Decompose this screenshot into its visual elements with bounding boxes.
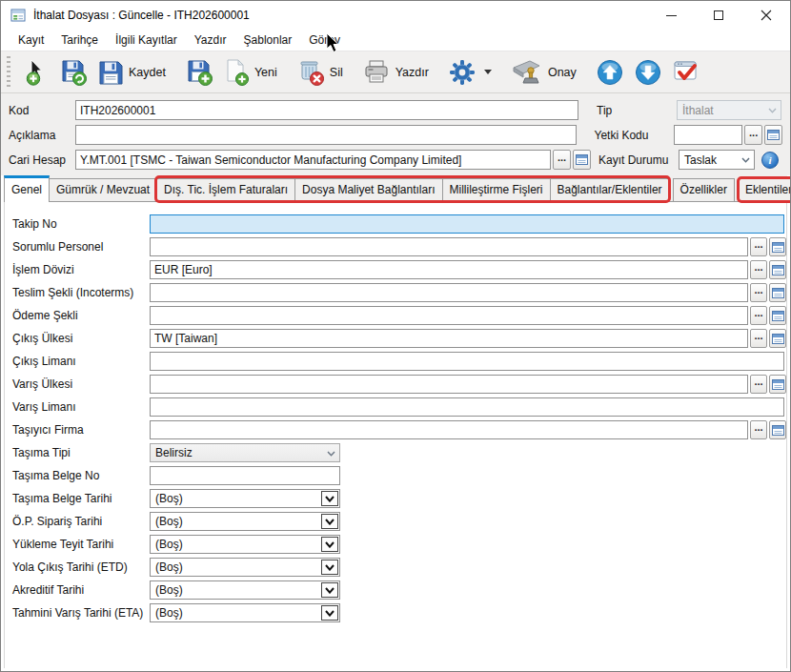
save-button-label: Kaydet [129, 66, 166, 79]
yukleme-teyit-tarihi-select[interactable]: (Boş) [150, 535, 340, 554]
menu-yazdir[interactable]: Yazdır [186, 31, 235, 50]
yetki-kodu-lookup-button[interactable]: ... [744, 125, 762, 145]
tab-dosya-maliyet-baglantilari[interactable]: Dosya Maliyet Bağlantıları [294, 178, 442, 202]
detail-button[interactable] [769, 237, 786, 256]
menu-gorev[interactable]: Görev [300, 31, 349, 50]
kayit-durumu-select[interactable]: Taslak [679, 150, 755, 170]
task-complete-button[interactable] [667, 56, 705, 89]
maximize-button[interactable] [695, 1, 742, 30]
tasima-belge-tarihi-select[interactable]: (Boş) [150, 489, 340, 508]
field-row: Taşıma Belge No [5, 464, 786, 487]
minimize-icon [666, 15, 677, 16]
new-button-label: Yeni [254, 66, 277, 79]
detail-button[interactable] [769, 260, 786, 279]
tasima-tipi-select[interactable]: Belirsiz [150, 443, 340, 462]
card-window-icon [576, 154, 588, 165]
chevron-down-icon[interactable] [321, 537, 338, 552]
save-refresh-button[interactable] [54, 55, 92, 90]
aciklama-input[interactable] [75, 125, 577, 145]
takip-no-input[interactable] [150, 214, 784, 234]
approve-stamp-icon [511, 58, 543, 87]
tab-baglantilar-eklentiler[interactable]: Bağlantılar/Eklentiler [550, 178, 670, 202]
detail-button[interactable] [769, 375, 786, 394]
toolbar-grip[interactable] [7, 56, 10, 89]
islem-dovizi-input[interactable] [150, 260, 748, 279]
task-check-icon [672, 59, 700, 86]
menu-sablonlar[interactable]: Şablonlar [235, 31, 301, 50]
op-siparis-tarihi-select[interactable]: (Boş) [150, 512, 340, 531]
akreditif-tarihi-select[interactable]: (Boş) [150, 580, 340, 600]
field-row: Taşıyıcı Firma ... [5, 418, 786, 441]
date-value: (Boş) [155, 538, 183, 551]
varis-ulkesi-input[interactable] [150, 375, 748, 394]
field-row: İşlem Dövizi ... [5, 258, 786, 281]
delete-button[interactable]: Sil [292, 55, 348, 90]
ellipsis-icon: ... [754, 332, 762, 339]
save-new-button[interactable] [180, 55, 218, 90]
minimize-button[interactable] [647, 1, 695, 30]
odeme-sekli-input[interactable] [150, 306, 748, 325]
cari-hesap-detail-button[interactable] [573, 150, 591, 170]
detail-button[interactable] [769, 329, 786, 348]
tasiyici-firma-input[interactable] [150, 420, 748, 439]
sorumlu-personel-input[interactable] [150, 237, 748, 256]
lookup-button[interactable]: ... [750, 283, 767, 302]
status-info-icon[interactable]: i [761, 152, 779, 169]
menu-tarihce[interactable]: Tarihçe [52, 31, 107, 50]
tab-genel[interactable]: Genel [4, 175, 50, 202]
field-row: Taşıma Belge Tarihi (Boş) [5, 487, 786, 510]
tasima-belge-no-input[interactable] [150, 466, 340, 485]
chevron-down-icon[interactable] [321, 514, 338, 529]
lookup-button[interactable]: ... [750, 329, 767, 348]
varis-limani-input[interactable] [150, 397, 784, 417]
lookup-button[interactable]: ... [750, 420, 767, 439]
yetki-kodu-input[interactable] [674, 125, 742, 145]
tab-gumruk-mevzuat[interactable]: Gümrük / Mevzuat [49, 178, 157, 202]
tahmini-varis-tarihi-select[interactable]: (Boş) [150, 603, 340, 622]
kod-input[interactable] [75, 100, 578, 120]
save-button[interactable]: Kaydet [92, 56, 171, 89]
field-label: Taşıma Belge Tarihi [12, 492, 150, 505]
approve-button[interactable]: Onay [506, 55, 581, 90]
new-button[interactable]: Yeni [218, 55, 282, 90]
tab-ozellikler[interactable]: Özellikler [673, 178, 735, 202]
yola-cikis-tarihi-select[interactable]: (Boş) [150, 558, 340, 577]
cikis-ulkesi-input[interactable] [150, 329, 748, 348]
tab-millilestirme-fisleri[interactable]: Millileştirme Fişleri [442, 178, 551, 202]
detail-button[interactable] [769, 283, 786, 302]
print-button[interactable]: Yazdır [357, 56, 434, 89]
yetki-kodu-detail-button[interactable] [764, 125, 782, 145]
field-label: Sorumlu Personel [12, 240, 150, 254]
mouse-cursor-icon [326, 32, 340, 53]
menu-kayit[interactable]: Kayıt [10, 31, 52, 50]
detail-button[interactable] [769, 306, 786, 325]
move-up-button[interactable] [591, 55, 629, 90]
teslim-sekli-input[interactable] [150, 283, 748, 302]
close-button[interactable] [742, 1, 790, 30]
chevron-down-icon [741, 157, 750, 163]
title-bar: İthalat Dosyası : Güncelle - ITH20260000… [1, 1, 790, 30]
settings-dropdown-caret-icon[interactable] [484, 70, 492, 74]
tab-dis-tic-islem-faturalari[interactable]: Dış. Tic. İşlem Faturaları [156, 178, 295, 202]
lookup-button[interactable]: ... [750, 306, 767, 325]
cari-hesap-input[interactable] [75, 150, 551, 170]
field-label: Akreditif Tarihi [12, 583, 150, 597]
cari-hesap-lookup-button[interactable]: ... [553, 150, 571, 170]
chevron-down-icon[interactable] [321, 491, 338, 506]
add-record-button[interactable] [20, 55, 54, 90]
field-row: Varış Limanı [5, 396, 786, 418]
chevron-down-icon[interactable] [321, 560, 338, 575]
menu-bar: Kayıt Tarihçe İlgili Kayıtlar Yazdır Şab… [1, 30, 790, 51]
lookup-button[interactable]: ... [750, 237, 767, 256]
chevron-down-icon[interactable] [321, 605, 338, 621]
tab-eklentiler[interactable]: Eklentiler [738, 178, 791, 202]
lookup-button[interactable]: ... [750, 375, 767, 394]
chevron-down-icon[interactable] [321, 582, 338, 598]
menu-ilgili-kayitlar[interactable]: İlgili Kayıtlar [107, 31, 186, 50]
save-refresh-icon [59, 58, 88, 87]
detail-button[interactable] [769, 420, 786, 439]
lookup-button[interactable]: ... [750, 260, 767, 279]
move-down-button[interactable] [629, 55, 667, 90]
settings-button[interactable] [443, 55, 497, 90]
cikis-limani-input[interactable] [150, 352, 784, 371]
